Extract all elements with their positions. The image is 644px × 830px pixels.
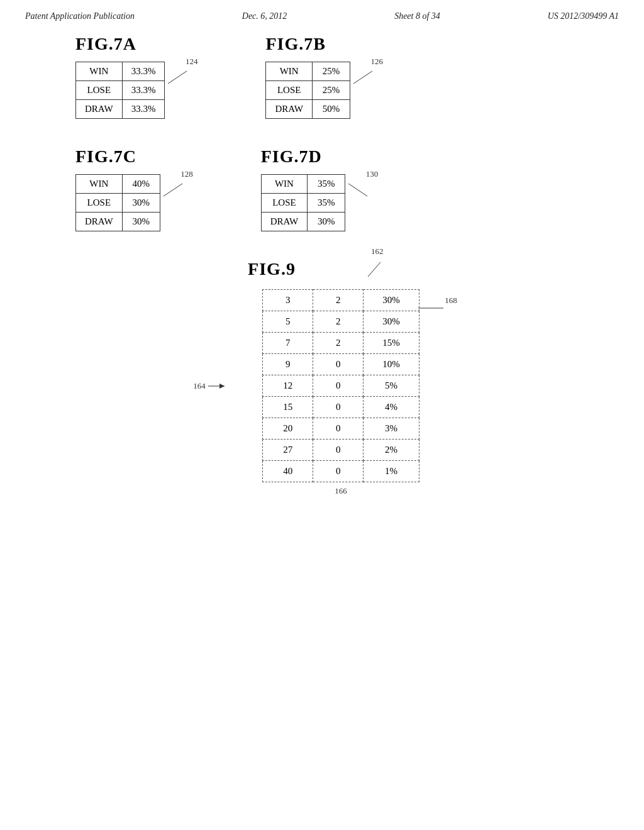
fig9-left-arrow: [207, 382, 226, 390]
table-cell: 1%: [364, 461, 419, 482]
fig7a-title: FIG.7A: [75, 34, 165, 54]
table-cell: 9: [263, 354, 313, 375]
table-cell: 33.3%: [122, 100, 165, 119]
svg-line-3: [348, 184, 367, 196]
table-cell: 10%: [364, 354, 419, 375]
table-cell: 30%: [364, 290, 419, 311]
table-cell: 25%: [313, 62, 350, 81]
table-cell: 12: [263, 375, 313, 397]
fig7c-arrow: [160, 180, 186, 199]
table-cell: DRAW: [261, 213, 308, 231]
table-cell: 4%: [364, 397, 419, 418]
svg-line-4: [368, 262, 380, 277]
table-cell: WIN: [76, 175, 123, 194]
table-cell: WIN: [76, 62, 123, 81]
table-cell: 15: [263, 397, 313, 418]
table-cell: 2: [313, 290, 364, 311]
table-cell: 35%: [308, 194, 345, 213]
table-cell: 15%: [364, 333, 419, 354]
fig7c-title: FIG.7C: [75, 147, 160, 167]
header-right: US 2012/309499 A1: [548, 11, 619, 21]
fig7d-block: FIG.7D WIN35%LOSE35%DRAW30% 130: [261, 147, 346, 234]
figures-row-2: FIG.7C WIN40%LOSE30%DRAW30% 128 FIG.7D W…: [38, 147, 606, 234]
table-cell: LOSE: [266, 81, 313, 100]
table-cell: 3: [263, 290, 313, 311]
fig9-label-left: 164: [193, 381, 206, 391]
fig9-table: 3230%5230%7215%9010%1205%1504%2003%2702%…: [262, 289, 419, 482]
table-cell: 2%: [364, 440, 419, 461]
fig7a-table: WIN33.3%LOSE33.3%DRAW33.3%: [75, 62, 165, 119]
header-center: Dec. 6, 2012: [242, 11, 287, 21]
table-cell: DRAW: [266, 100, 313, 119]
table-cell: 0: [313, 418, 364, 440]
table-cell: WIN: [266, 62, 313, 81]
fig9-section: FIG.9 162 164 3230%5230%7215%9010%1205%1…: [38, 259, 606, 496]
figures-row-1: FIG.7A WIN33.3%LOSE33.3%DRAW33.3% 124 FI…: [38, 34, 606, 121]
table-cell: 0: [313, 397, 364, 418]
header-sheet: Sheet 8 of 34: [394, 11, 440, 21]
fig7b-arrow: [350, 68, 375, 87]
table-cell: 0: [313, 354, 364, 375]
table-cell: 3%: [364, 418, 419, 440]
table-cell: 0: [313, 461, 364, 482]
fig7d-label: 130: [366, 169, 379, 179]
table-cell: WIN: [261, 175, 308, 194]
table-cell: LOSE: [261, 194, 308, 213]
table-cell: 7: [263, 333, 313, 354]
table-cell: 30%: [308, 213, 345, 231]
header: Patent Application Publication Dec. 6, 2…: [0, 0, 644, 28]
table-cell: 0: [313, 440, 364, 461]
table-cell: 30%: [122, 194, 160, 213]
table-cell: 35%: [308, 175, 345, 194]
table-cell: LOSE: [76, 194, 123, 213]
fig7a-arrow: [165, 68, 190, 87]
table-cell: 2: [313, 333, 364, 354]
table-cell: 20: [263, 418, 313, 440]
fig7d-title: FIG.7D: [261, 147, 346, 167]
fig7b-label: 126: [371, 57, 384, 67]
table-cell: 40%: [122, 175, 160, 194]
table-cell: 5%: [364, 375, 419, 397]
table-cell: 30%: [364, 311, 419, 333]
table-cell: DRAW: [76, 100, 123, 119]
svg-line-1: [353, 71, 372, 84]
table-cell: DRAW: [76, 213, 123, 231]
table-cell: LOSE: [76, 81, 123, 100]
fig9-label-right: 168: [445, 296, 457, 306]
fig7d-table: WIN35%LOSE35%DRAW30%: [261, 174, 346, 231]
fig7c-label: 128: [180, 169, 193, 179]
svg-line-2: [164, 184, 182, 196]
table-cell: 0: [313, 375, 364, 397]
fig9-top-arrow: [365, 259, 396, 278]
table-cell: 40: [263, 461, 313, 482]
fig7b-table: WIN25%LOSE25%DRAW50%: [265, 62, 350, 119]
fig9-label-bottom: 166: [335, 486, 347, 496]
table-cell: 50%: [313, 100, 350, 119]
fig7a-label: 124: [186, 57, 198, 67]
fig7b-block: FIG.7B WIN25%LOSE25%DRAW50% 126: [265, 34, 350, 121]
fig9-right-arrow: [418, 302, 446, 314]
fig7b-title: FIG.7B: [265, 34, 350, 54]
header-left: Patent Application Publication: [25, 11, 135, 21]
fig9-label-top: 162: [371, 246, 384, 257]
table-cell: 25%: [313, 81, 350, 100]
main-content: FIG.7A WIN33.3%LOSE33.3%DRAW33.3% 124 FI…: [0, 28, 644, 496]
table-cell: 27: [263, 440, 313, 461]
fig7c-block: FIG.7C WIN40%LOSE30%DRAW30% 128: [75, 147, 160, 234]
table-cell: 33.3%: [122, 62, 165, 81]
table-cell: 33.3%: [122, 81, 165, 100]
table-cell: 5: [263, 311, 313, 333]
table-cell: 30%: [122, 213, 160, 231]
fig9-title: FIG.9: [248, 259, 296, 279]
svg-marker-6: [219, 384, 225, 389]
fig7a-block: FIG.7A WIN33.3%LOSE33.3%DRAW33.3% 124: [75, 34, 165, 121]
fig7c-table: WIN40%LOSE30%DRAW30%: [75, 174, 160, 231]
table-cell: 2: [313, 311, 364, 333]
fig7d-arrow: [345, 180, 370, 199]
svg-line-0: [168, 71, 187, 84]
